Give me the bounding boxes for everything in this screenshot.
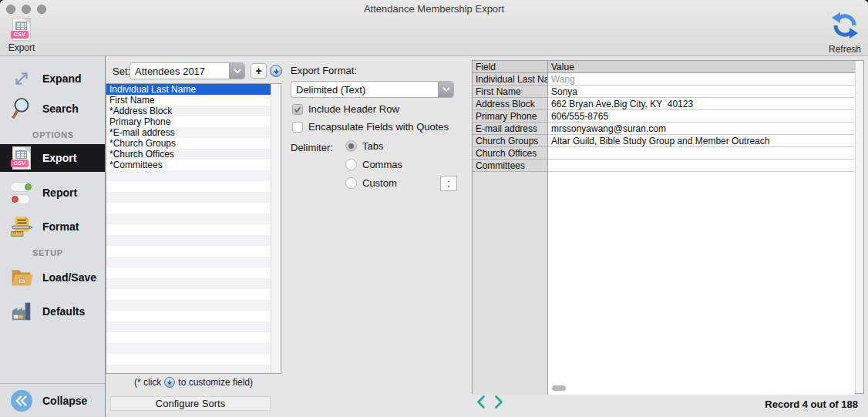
sidebar-item-defaults[interactable]: Defaults: [0, 297, 105, 326]
value-cell[interactable]: Sonya: [548, 86, 855, 98]
export-format-title: Export Format:: [291, 65, 357, 76]
customize-field-icon: [164, 377, 175, 388]
sidebar-label-collapse: Collapse: [42, 395, 87, 407]
table-row[interactable]: Church Groups Altar Guild, Bible Study G…: [473, 135, 855, 147]
sidebar-item-format[interactable]: Format: [0, 212, 105, 241]
sidebar-collapse-bar[interactable]: Collapse: [0, 383, 105, 417]
field-column-header[interactable]: Field: [473, 61, 548, 73]
custom-radio[interactable]: [345, 177, 357, 189]
commas-radio[interactable]: [345, 159, 357, 170]
field-cell: Individual Last Name: [473, 73, 548, 86]
expand-arrows-icon: [8, 67, 35, 90]
field-list-item[interactable]: *Church Groups: [106, 138, 271, 149]
value-cell[interactable]: Altar Guild, Bible Study Group and Membe…: [548, 135, 855, 147]
field-cell: E-mail address: [473, 123, 548, 135]
sidebar-item-expand[interactable]: Expand: [0, 66, 105, 92]
export-tool-button[interactable]: CSV Export: [5, 18, 39, 53]
table-row[interactable]: E-mail address mrssonyawang@suran.com: [473, 123, 855, 135]
chevron-down-icon: [229, 63, 244, 79]
field-cell: Address Block: [473, 98, 548, 110]
value-cell[interactable]: 606/555-8765: [548, 110, 855, 123]
table-row[interactable]: Address Block 662 Bryan Ave.Big City, KY…: [473, 98, 855, 110]
refresh-icon: [832, 29, 858, 42]
configure-sorts-button[interactable]: Configure Sorts: [110, 396, 271, 411]
field-list-scrollbar[interactable]: [271, 84, 281, 373]
app-window: Attendance Membership Export CSV Export …: [0, 0, 868, 417]
factory-icon: [8, 300, 35, 323]
collapse-chevrons-icon: [8, 390, 35, 412]
field-list-item[interactable]: *Church Offices: [106, 149, 271, 160]
table-row[interactable]: Committees: [473, 160, 855, 172]
footnote-suffix: to customize field): [178, 377, 253, 388]
field-list-item[interactable]: *Committees: [106, 160, 271, 170]
table-row[interactable]: Individual Last Name Wang: [473, 73, 855, 86]
value-cell[interactable]: Wang: [548, 73, 855, 86]
horizontal-scrollbar-thumb[interactable]: [552, 385, 566, 391]
sidebar-label-defaults: Defaults: [42, 305, 85, 318]
format-document-icon: [8, 214, 35, 239]
previous-record-button[interactable]: [476, 395, 486, 412]
set-dropdown[interactable]: Attendees 2017: [130, 62, 245, 79]
delimiter-custom-row: Custom: [345, 177, 397, 189]
field-list-item[interactable]: Primary Phone: [106, 116, 271, 127]
sidebar-item-report[interactable]: Report: [0, 178, 105, 207]
chevron-down-icon: [438, 82, 453, 97]
sidebar-label-export: Export: [42, 152, 76, 164]
export-tool-label: Export: [5, 42, 39, 53]
export-field-list[interactable]: Individual Last Name First Name *Address…: [106, 83, 281, 374]
value-column-header[interactable]: Value: [548, 61, 855, 73]
tabs-label: Tabs: [362, 140, 383, 152]
field-list-item[interactable]: First Name: [106, 95, 271, 106]
sidebar-item-search[interactable]: Search: [0, 95, 105, 123]
export-format-value: Delimited (Text): [291, 84, 438, 96]
include-header-row: Include Header Row: [292, 103, 399, 115]
refresh-label: Refresh: [825, 44, 865, 55]
set-label: Set:: [113, 66, 130, 77]
sidebar-label-loadsave: Load/Save: [42, 271, 96, 284]
include-header-checkbox[interactable]: [292, 104, 303, 115]
sidebar-item-loadsave[interactable]: Load/Save: [0, 263, 105, 292]
field-cell: Committees: [473, 160, 548, 172]
export-format-dropdown[interactable]: Delimited (Text): [291, 81, 454, 98]
value-cell[interactable]: [548, 147, 855, 160]
encapsulate-checkbox[interactable]: [292, 122, 303, 133]
encapsulate-row: Encapsulate Fields with Quotes: [292, 121, 449, 133]
field-list-item[interactable]: *E-mail address: [106, 127, 271, 138]
toggle-switches-icon: [8, 182, 35, 204]
tabs-radio[interactable]: [345, 140, 357, 152]
titlebar-toolbar: Attendance Membership Export CSV Export …: [0, 0, 868, 56]
delimiter-tabs-row: Tabs: [345, 140, 383, 152]
sidebar-label-report: Report: [42, 187, 77, 199]
csv-file-icon: CSV: [12, 18, 31, 41]
customize-field-footnote: (* click to customize field): [106, 377, 281, 388]
custom-delimiter-input[interactable]: ;: [440, 176, 457, 191]
window-title: Attendance Membership Export: [0, 3, 868, 15]
sidebar-label-expand: Expand: [42, 72, 82, 85]
custom-label: Custom: [362, 177, 397, 189]
csv-badge: CSV: [11, 31, 29, 39]
refresh-button[interactable]: Refresh: [825, 12, 865, 55]
sidebar-item-export[interactable]: CSV Export: [0, 144, 105, 172]
sidebar-label-search: Search: [42, 103, 79, 115]
sidebar-label-format: Format: [42, 220, 79, 233]
record-preview-table: Field Value Individual Last Name Wang Fi…: [472, 60, 864, 394]
value-cell[interactable]: [548, 160, 855, 172]
include-header-label: Include Header Row: [308, 103, 399, 115]
table-row[interactable]: Church Offices: [473, 147, 855, 160]
field-list-item[interactable]: *Address Block: [106, 106, 271, 116]
sidebar: Expand Search OPTIONS CSV Export: [0, 56, 106, 417]
customize-field-icon[interactable]: [270, 65, 282, 77]
value-cell[interactable]: 662 Bryan Ave.Big City, KY 40123: [548, 98, 855, 110]
csv-file-icon: CSV: [8, 146, 35, 170]
next-record-button[interactable]: [493, 395, 504, 412]
field-cell: Primary Phone: [473, 110, 548, 123]
field-cell: Church Offices: [473, 147, 548, 160]
sidebar-section-options: OPTIONS: [32, 130, 74, 140]
add-set-button[interactable]: +: [251, 63, 267, 79]
table-row[interactable]: First Name Sonya: [473, 86, 855, 98]
table-vertical-scrollbar[interactable]: [855, 61, 863, 393]
field-list-item[interactable]: Individual Last Name: [106, 84, 271, 95]
record-status: Record 4 out of 188: [765, 399, 858, 410]
value-cell[interactable]: mrssonyawang@suran.com: [548, 123, 855, 135]
table-row[interactable]: Primary Phone 606/555-8765: [473, 110, 855, 123]
